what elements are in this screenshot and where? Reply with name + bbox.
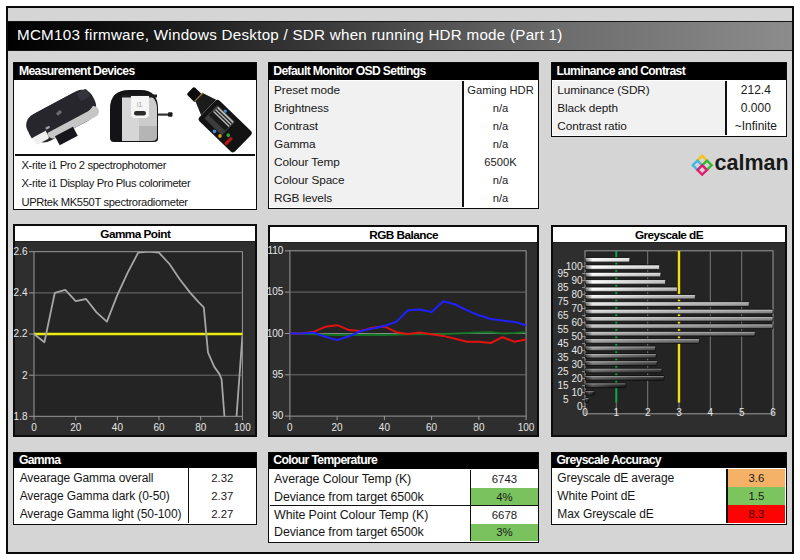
svg-text:20: 20: [571, 373, 583, 384]
svg-text:6: 6: [770, 407, 776, 418]
svg-text:90: 90: [571, 275, 583, 286]
svg-text:50: 50: [571, 331, 583, 342]
svg-text:3: 3: [676, 407, 682, 418]
svg-text:20: 20: [331, 421, 343, 432]
svg-text:1: 1: [614, 407, 620, 418]
svg-text:5: 5: [563, 394, 569, 405]
svg-text:105: 105: [267, 286, 284, 297]
svg-text:75: 75: [557, 296, 569, 307]
svg-text:60: 60: [426, 421, 438, 432]
svg-text:110: 110: [267, 245, 283, 256]
svg-text:40: 40: [571, 345, 583, 356]
svg-text:2.2: 2.2: [14, 328, 28, 339]
svg-text:95: 95: [557, 268, 569, 279]
svg-text:65: 65: [557, 310, 569, 321]
svg-text:90: 90: [272, 410, 284, 421]
svg-text:2: 2: [645, 407, 651, 418]
svg-text:5: 5: [739, 407, 745, 418]
svg-text:1.8: 1.8: [14, 411, 28, 422]
svg-text:85: 85: [557, 282, 569, 293]
svg-text:15: 15: [557, 380, 569, 391]
svg-text:10: 10: [571, 387, 583, 398]
svg-text:45: 45: [557, 338, 569, 349]
svg-text:70: 70: [571, 303, 583, 314]
svg-text:60: 60: [154, 422, 166, 433]
svg-text:100: 100: [234, 422, 251, 433]
svg-text:0: 0: [582, 407, 588, 418]
svg-text:25: 25: [557, 366, 569, 377]
svg-text:80: 80: [196, 422, 208, 433]
svg-text:4: 4: [708, 407, 714, 418]
svg-text:2.6: 2.6: [14, 246, 28, 257]
svg-text:80: 80: [571, 289, 583, 300]
svg-text:2.4: 2.4: [14, 287, 28, 298]
svg-text:100: 100: [267, 328, 284, 339]
svg-text:0: 0: [32, 422, 38, 433]
svg-text:40: 40: [379, 421, 391, 432]
svg-text:calman: calman: [715, 151, 789, 175]
svg-text:0: 0: [287, 421, 293, 432]
svg-text:20: 20: [71, 422, 83, 433]
svg-text:95: 95: [272, 369, 284, 380]
svg-text:55: 55: [557, 324, 569, 335]
svg-text:30: 30: [571, 359, 583, 370]
svg-text:60: 60: [571, 317, 583, 328]
svg-text:2: 2: [22, 370, 28, 381]
svg-text:i1: i1: [137, 101, 142, 108]
svg-text:100: 100: [518, 421, 535, 432]
svg-text:40: 40: [112, 422, 124, 433]
svg-text:80: 80: [473, 421, 485, 432]
svg-text:35: 35: [557, 352, 569, 363]
